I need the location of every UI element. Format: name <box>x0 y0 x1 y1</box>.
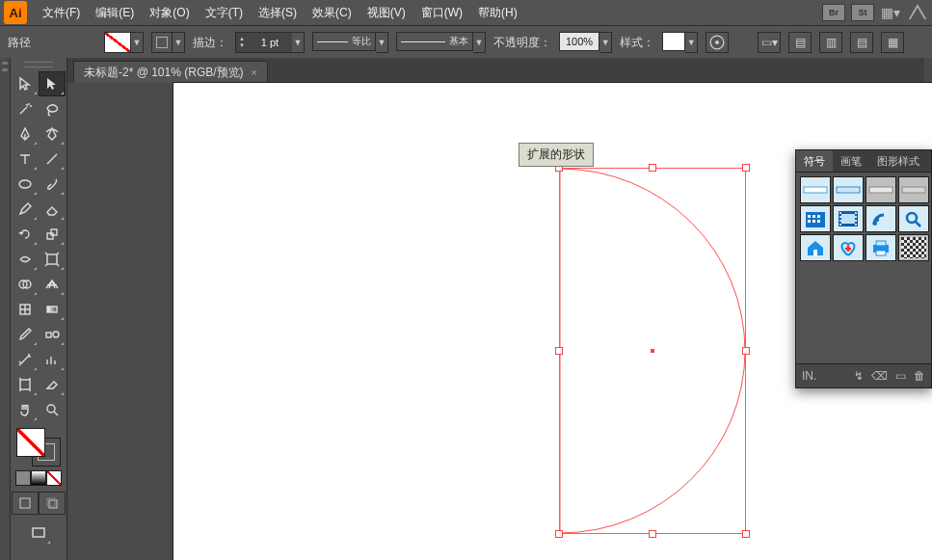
align-left-icon[interactable]: ▤ <box>788 32 812 53</box>
recolor-artwork-icon[interactable] <box>706 32 729 53</box>
zoom-tool[interactable] <box>39 397 66 422</box>
menu-object[interactable]: 对象(O) <box>142 0 197 25</box>
toolbox-grip[interactable] <box>24 62 53 67</box>
scale-tool[interactable] <box>39 222 66 247</box>
align-to-button[interactable]: ▭▾ <box>758 32 781 53</box>
symbol-rss[interactable] <box>865 205 896 232</box>
draw-behind-icon[interactable] <box>39 492 66 515</box>
eraser-tool[interactable] <box>39 197 66 222</box>
draw-normal-icon[interactable] <box>12 492 39 515</box>
panel-tab-graphic-styles[interactable]: 图形样式 <box>869 150 927 172</box>
screen-mode-button[interactable] <box>25 520 52 546</box>
column-graph-tool[interactable] <box>39 347 66 372</box>
type-tool[interactable] <box>12 147 39 172</box>
stroke-swatch[interactable] <box>151 32 173 53</box>
shape-builder-tool[interactable] <box>12 272 39 297</box>
place-symbol-instance-icon[interactable]: ↯ <box>854 369 864 383</box>
break-link-icon[interactable]: ⌫ <box>871 369 888 383</box>
handle-bot-mid[interactable] <box>649 530 656 538</box>
ellipse-tool[interactable] <box>12 172 39 197</box>
align-right-icon[interactable]: ▤ <box>850 32 873 53</box>
blend-tool[interactable] <box>39 322 66 347</box>
symbol-home[interactable] <box>800 234 831 261</box>
menu-window[interactable]: 窗口(W) <box>413 0 470 25</box>
document-tab[interactable]: 未标题-2* @ 101% (RGB/预览) × <box>73 61 268 83</box>
color-mode-solid[interactable] <box>15 470 31 486</box>
fill-swatch[interactable] <box>104 32 131 53</box>
magic-wand-tool[interactable] <box>12 96 39 121</box>
symbol-sprayer-tool[interactable] <box>12 347 39 372</box>
symbol-bar-2[interactable] <box>833 176 864 203</box>
fill-color-swatch[interactable] <box>16 428 45 457</box>
menu-help[interactable]: 帮助(H) <box>470 0 525 25</box>
left-dock-strip[interactable] <box>0 58 11 560</box>
curvature-tool[interactable] <box>39 121 66 147</box>
align-hcenter-icon[interactable]: ▥ <box>819 32 842 53</box>
panel-tab-symbols[interactable]: 符号 <box>796 150 833 172</box>
selection-tool[interactable] <box>12 71 39 96</box>
variable-width-profile[interactable]: 等比 <box>312 32 376 51</box>
handle-top-mid[interactable] <box>649 164 656 172</box>
brush-dropdown[interactable]: ▼ <box>473 32 486 53</box>
symbol-search[interactable] <box>898 205 929 232</box>
gpu-preview-icon[interactable] <box>907 4 928 21</box>
delete-symbol-icon[interactable]: 🗑 <box>914 369 925 383</box>
symbol-heart-plus[interactable] <box>833 234 864 261</box>
paintbrush-tool[interactable] <box>39 172 66 197</box>
line-segment-tool[interactable] <box>39 147 66 172</box>
menu-effect[interactable]: 效果(C) <box>305 0 359 25</box>
direct-selection-tool[interactable] <box>39 71 66 96</box>
width-tool[interactable] <box>12 247 39 272</box>
artboard-tool[interactable] <box>12 372 39 397</box>
free-transform-tool[interactable] <box>39 247 66 272</box>
hand-tool[interactable] <box>12 397 39 422</box>
stroke-weight-input[interactable]: ▲▼ ▼ <box>235 32 305 53</box>
gradient-tool[interactable] <box>39 297 66 322</box>
color-mode-none[interactable] <box>46 470 62 486</box>
symbols-panel[interactable]: 符号 画笔 图形样式 IN. ↯ ⌫ ▭ 🗑 <box>795 149 932 388</box>
pencil-tool[interactable] <box>12 197 39 222</box>
menu-type[interactable]: 文字(T) <box>198 0 251 25</box>
close-tab-icon[interactable]: × <box>252 67 257 78</box>
symbol-bar-3[interactable] <box>865 176 896 203</box>
symbol-printer[interactable] <box>865 234 896 261</box>
symbol-bar-4[interactable] <box>898 176 929 203</box>
symbol-calendar[interactable] <box>800 205 831 232</box>
pen-tool[interactable] <box>12 121 39 147</box>
symbol-bar-1[interactable] <box>800 176 831 203</box>
graphic-style-dropdown[interactable]: ▼ <box>685 32 698 53</box>
new-symbol-icon[interactable]: ▭ <box>895 369 906 383</box>
fill-stroke-block[interactable] <box>16 428 61 467</box>
symbol-film[interactable] <box>833 205 864 232</box>
eyedropper-tool[interactable] <box>12 322 39 347</box>
stock-button[interactable]: St <box>851 4 874 21</box>
bridge-button[interactable]: Br <box>822 4 845 21</box>
opacity-dropdown[interactable]: ▼ <box>599 32 612 53</box>
menu-view[interactable]: 视图(V) <box>359 0 413 25</box>
handle-bot-left[interactable] <box>555 530 563 538</box>
rotate-tool[interactable] <box>12 222 39 247</box>
color-mode-gradient[interactable] <box>31 470 46 486</box>
symbol-checker[interactable] <box>898 234 929 261</box>
stroke-weight-field[interactable] <box>248 36 292 49</box>
handle-top-right[interactable] <box>742 164 750 172</box>
selection-bounding-box[interactable] <box>559 168 746 534</box>
graphic-style-swatch[interactable] <box>662 32 685 51</box>
brush-definition[interactable]: 基本 <box>396 32 473 51</box>
handle-mid-right[interactable] <box>742 347 750 355</box>
stroke-dropdown[interactable]: ▼ <box>173 32 185 53</box>
slice-tool[interactable] <box>39 372 66 397</box>
panel-tab-brushes[interactable]: 画笔 <box>833 150 869 172</box>
menu-select[interactable]: 选择(S) <box>251 0 305 25</box>
menu-file[interactable]: 文件(F) <box>35 0 88 25</box>
handle-bot-right[interactable] <box>742 530 750 538</box>
arrange-documents-icon[interactable]: ▦▾ <box>880 4 901 21</box>
fill-dropdown[interactable]: ▼ <box>131 32 144 53</box>
perspective-grid-tool[interactable] <box>39 272 66 297</box>
menu-edit[interactable]: 编辑(E) <box>88 0 142 25</box>
symbol-libraries-icon[interactable]: IN. <box>802 369 816 383</box>
mesh-tool[interactable] <box>12 297 39 322</box>
lasso-tool[interactable] <box>39 96 66 121</box>
handle-mid-left[interactable] <box>555 347 563 355</box>
opacity-value[interactable]: 100% <box>559 32 599 51</box>
